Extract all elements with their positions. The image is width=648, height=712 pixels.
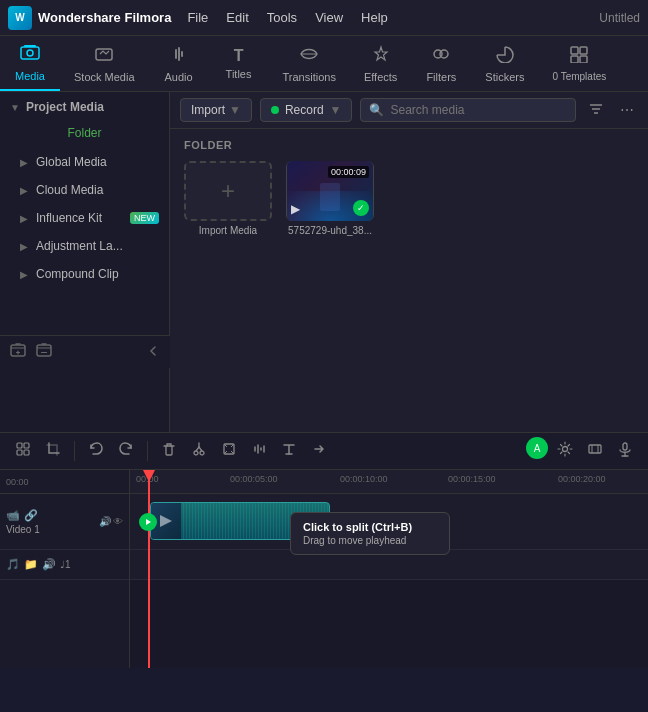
tab-transitions[interactable]: Transitions xyxy=(269,36,350,91)
timeline-toolbar: A xyxy=(0,432,648,470)
timeline-settings-button[interactable] xyxy=(552,437,578,465)
filter-icon[interactable] xyxy=(584,99,608,122)
cut-button[interactable] xyxy=(186,437,212,465)
record-button[interactable]: Record ▼ xyxy=(260,98,353,122)
toolbar-divider xyxy=(74,441,75,461)
menu-help[interactable]: Help xyxy=(361,10,388,25)
clip-button[interactable] xyxy=(582,437,608,465)
add-media-icon: + xyxy=(221,177,235,205)
import-media-item[interactable]: + Import Media xyxy=(184,161,272,236)
text-button[interactable] xyxy=(276,437,302,465)
menu-view[interactable]: View xyxy=(315,10,343,25)
sidebar-item-chevron: ▶ xyxy=(20,241,28,252)
titles-icon: T xyxy=(234,47,244,65)
search-input[interactable] xyxy=(390,103,567,117)
record-dropdown-icon: ▼ xyxy=(330,103,342,117)
transitions-icon xyxy=(299,45,319,68)
stickers-icon xyxy=(495,45,515,68)
timescale: 00:00 00:00:05:00 00:00:10:00 00:00:15:0… xyxy=(130,470,648,494)
timeline-section: A xyxy=(0,432,648,668)
menu-tools[interactable]: Tools xyxy=(267,10,297,25)
svg-rect-18 xyxy=(17,450,22,455)
svg-rect-27 xyxy=(623,443,627,450)
eye-icon[interactable]: 👁 xyxy=(113,516,123,527)
play-icon: ▶ xyxy=(291,202,300,216)
svg-point-23 xyxy=(563,447,568,452)
timeline-content: 00:00 00:00:05:00 00:00:10:00 00:00:15:0… xyxy=(130,470,648,668)
tab-filters[interactable]: Filters xyxy=(411,36,471,91)
track-controls-column: 00:00 📹 🔗 Video 1 🔊 👁 🎵 � xyxy=(0,470,130,668)
audio-volume-icon[interactable]: 🔊 xyxy=(42,558,56,571)
sidebar-item-label: Compound Clip xyxy=(36,267,119,281)
sidebar-item-chevron: ▶ xyxy=(20,157,28,168)
video-clip[interactable] xyxy=(150,502,330,540)
svg-rect-9 xyxy=(571,56,578,63)
menu-file[interactable]: File xyxy=(187,10,208,25)
add-folder-button[interactable] xyxy=(10,342,26,362)
tab-audio[interactable]: Audio xyxy=(149,36,209,91)
undo-button[interactable] xyxy=(83,437,109,465)
audio-track-folder-icon[interactable]: 📁 xyxy=(24,558,38,571)
audio-button[interactable] xyxy=(246,437,272,465)
sidebar-item-adjustment[interactable]: ▶ Adjustment La... xyxy=(0,232,169,260)
sidebar-header-chevron: ▼ xyxy=(10,102,20,113)
tab-stock-media[interactable]: Stock Media xyxy=(60,36,149,91)
link-icon[interactable]: 🔗 xyxy=(24,509,38,522)
audio-track-control: 🎵 📁 🔊 ♩1 xyxy=(0,550,129,580)
more-tools-button[interactable] xyxy=(306,437,332,465)
sidebar-item-cloud-media[interactable]: ▶ Cloud Media xyxy=(0,176,169,204)
toolbar-divider-2 xyxy=(147,441,148,461)
sidebar-item-global-media[interactable]: ▶ Global Media xyxy=(0,148,169,176)
tab-titles[interactable]: T Titles xyxy=(209,36,269,91)
time-label: 00:00 xyxy=(6,477,29,487)
import-button[interactable]: Import ▼ xyxy=(180,98,252,122)
remove-folder-button[interactable] xyxy=(36,342,52,362)
import-thumb[interactable]: + xyxy=(184,161,272,221)
media-item-video[interactable]: 00:00:09 ▶ ✓ 5752729-uhd_38... xyxy=(286,161,374,236)
volume-icon[interactable]: 🔊 xyxy=(99,516,111,527)
search-box[interactable]: 🔍 xyxy=(360,98,576,122)
time-mark-2: 00:00:10:00 xyxy=(340,474,388,484)
tab-templates[interactable]: 0 Templates xyxy=(538,36,620,91)
sidebar-item-chevron: ▶ xyxy=(20,213,28,224)
more-options-icon[interactable]: ⋯ xyxy=(616,100,638,120)
svg-point-6 xyxy=(440,50,448,58)
app-title: Untitled xyxy=(599,11,640,25)
tab-filters-label: Filters xyxy=(426,71,456,83)
timeline-tracks-wrapper: 00:00 📹 🔗 Video 1 🔊 👁 🎵 � xyxy=(0,470,648,668)
sidebar-item-label: Cloud Media xyxy=(36,183,103,197)
tab-media[interactable]: Media xyxy=(0,36,60,91)
delete-button[interactable] xyxy=(156,437,182,465)
tab-stock-label: Stock Media xyxy=(74,71,135,83)
folder-section: FOLDER + Import Media xyxy=(170,129,648,246)
sidebar-item-influence-kit[interactable]: ▶ Influence Kit NEW xyxy=(0,204,169,232)
crop-tool-button[interactable] xyxy=(40,437,66,465)
redo-button[interactable] xyxy=(113,437,139,465)
mic-button[interactable] xyxy=(612,437,638,465)
media-video-thumb[interactable]: 00:00:09 ▶ ✓ xyxy=(286,161,374,221)
time-mark-3: 00:00:15:00 xyxy=(448,474,496,484)
video-track-control: 📹 🔗 Video 1 🔊 👁 xyxy=(0,494,129,550)
sidebar: ▼ Project Media Folder ▶ Global Media ▶ … xyxy=(0,92,170,432)
tab-stickers[interactable]: Stickers xyxy=(471,36,538,91)
transform-button[interactable] xyxy=(216,437,242,465)
tab-effects[interactable]: Effects xyxy=(350,36,411,91)
folder-section-label: FOLDER xyxy=(184,139,634,151)
menu-edit[interactable]: Edit xyxy=(226,10,248,25)
select-tool-button[interactable] xyxy=(10,437,36,465)
sidebar-item-compound-clip[interactable]: ▶ Compound Clip xyxy=(0,260,169,288)
collapse-sidebar-button[interactable] xyxy=(146,344,160,361)
auto-sync-button[interactable]: A xyxy=(526,437,548,459)
sidebar-folder-label[interactable]: Folder xyxy=(0,122,169,148)
svg-rect-3 xyxy=(96,49,112,60)
search-icon: 🔍 xyxy=(369,103,384,117)
svg-point-21 xyxy=(200,451,204,455)
main-layout: ▼ Project Media Folder ▶ Global Media ▶ … xyxy=(0,92,648,432)
svg-rect-24 xyxy=(589,445,601,453)
video-track-content xyxy=(130,494,648,550)
sidebar-header: ▼ Project Media xyxy=(0,92,169,122)
toolbar-tabs: Media Stock Media Audio T Titles Transi xyxy=(0,36,648,92)
sidebar-item-label: Adjustment La... xyxy=(36,239,123,253)
video-track-type-icon: 📹 xyxy=(6,509,20,522)
filters-icon xyxy=(431,45,451,68)
